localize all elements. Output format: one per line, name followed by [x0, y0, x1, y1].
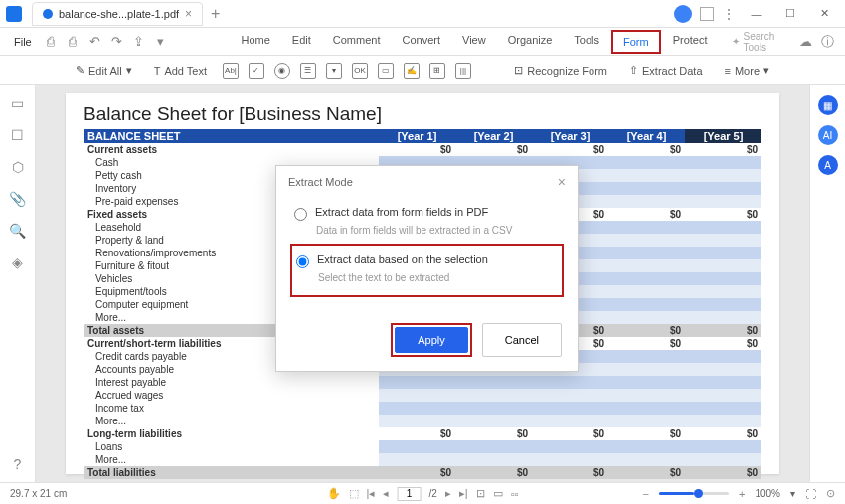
kebab-menu-icon[interactable]: ⋮ — [722, 6, 736, 22]
bookmark-icon[interactable]: ☐ — [10, 127, 26, 143]
prev-page-icon[interactable]: ◂ — [383, 487, 389, 500]
close-window-button[interactable]: ✕ — [811, 3, 837, 25]
add-tab-button[interactable]: + — [211, 5, 220, 23]
barcode-icon[interactable]: ||| — [455, 63, 471, 79]
option-form-fields-sub: Data in form fields will be extracted in… — [316, 225, 560, 236]
help-rail-icon[interactable]: ? — [10, 456, 26, 472]
thumbnails-icon[interactable]: ▭ — [10, 95, 26, 111]
next-page-icon[interactable]: ▸ — [445, 487, 451, 500]
print-icon[interactable]: ⎙ — [62, 31, 84, 53]
cloud-icon[interactable]: ☁ — [795, 31, 817, 53]
left-rail: ▭ ☐ ⬡ 📎 🔍 ◈ ? — [0, 85, 36, 482]
first-page-icon[interactable]: |◂ — [367, 487, 376, 500]
extract-data-button[interactable]: ⇧Extract Data — [623, 62, 709, 79]
option-selection-sub: Select the text to be extracted — [318, 272, 558, 283]
dropdown-icon[interactable]: ▾ — [326, 63, 342, 79]
shield-icon[interactable]: ⬡ — [10, 159, 26, 175]
last-page-icon[interactable]: ▸| — [459, 487, 468, 500]
more-icon: ≡ — [725, 65, 731, 77]
undo-icon[interactable]: ↶ — [84, 31, 105, 53]
app-logo[interactable] — [0, 0, 28, 28]
edit-all-button[interactable]: ✎Edit All▾ — [70, 62, 138, 79]
zoom-in-icon[interactable]: + — [739, 488, 745, 500]
window-mode-icon[interactable] — [700, 7, 714, 21]
attachment-icon[interactable]: 📎 — [10, 191, 26, 207]
list-icon[interactable]: ☰ — [300, 63, 316, 79]
fullscreen-icon[interactable]: ⛶ — [805, 488, 816, 500]
highlight-option-selection: Extract data based on the selection Sele… — [290, 244, 564, 297]
total-liab-row: Total liabilities$0$0$0$0$0 — [84, 466, 761, 479]
page-dimensions: 29.7 x 21 cm — [10, 488, 67, 499]
menu-tools[interactable]: Tools — [564, 30, 609, 54]
button-field-icon[interactable]: OK — [352, 63, 368, 79]
document-title: Balance Sheet for [Business Name] — [84, 103, 761, 125]
document-tab[interactable]: balance-she...plate-1.pdf × — [32, 2, 203, 26]
select-tool-icon[interactable]: ⬚ — [349, 487, 359, 500]
chevron-down-icon[interactable]: ▾ — [149, 31, 171, 53]
menu-convert[interactable]: Convert — [392, 30, 450, 54]
fit-page-icon[interactable]: ▭ — [493, 487, 503, 500]
menu-form[interactable]: Form — [611, 30, 661, 54]
search-tools[interactable]: ✦ Search Tools — [732, 31, 795, 53]
help-icon[interactable]: ⓘ — [817, 31, 839, 53]
search-icon[interactable]: 🔍 — [10, 223, 26, 239]
table-row: More... — [84, 453, 761, 466]
close-tab-icon[interactable]: × — [185, 7, 192, 21]
file-menu[interactable]: File — [6, 36, 40, 48]
ai-panel-icon[interactable]: AI — [818, 125, 838, 145]
option-selection[interactable]: Extract data based on the selection — [296, 250, 558, 272]
menu-home[interactable]: Home — [231, 30, 279, 54]
titlebar: balance-she...plate-1.pdf × + ⋮ — ☐ ✕ — [0, 0, 845, 28]
section-long-liab: Long-term liabilities$0$0$0$0$0 — [84, 427, 761, 440]
apply-button[interactable]: Apply — [395, 327, 468, 353]
maximize-button[interactable]: ☐ — [777, 3, 803, 25]
zoom-slider[interactable] — [659, 492, 729, 495]
close-dialog-icon[interactable]: × — [558, 174, 566, 190]
radio-selection[interactable] — [296, 255, 309, 268]
menu-comment[interactable]: Comment — [323, 30, 391, 54]
add-text-button[interactable]: TAdd Text — [148, 63, 213, 79]
menu-edit[interactable]: Edit — [282, 30, 321, 54]
read-mode-icon[interactable]: ⊙ — [826, 487, 835, 500]
form-icon: ⊡ — [514, 64, 523, 77]
layers-icon[interactable]: ◈ — [10, 254, 26, 270]
menu-view[interactable]: View — [452, 30, 496, 54]
minimize-button[interactable]: — — [744, 3, 769, 25]
hand-tool-icon[interactable]: ✋ — [327, 487, 341, 500]
option-form-fields[interactable]: Extract data from form fields in PDF — [294, 202, 560, 225]
text-icon: T — [154, 65, 161, 77]
sign-field-icon[interactable]: ✍ — [404, 63, 420, 79]
radio-form-fields[interactable] — [294, 208, 307, 221]
zoom-out-icon[interactable]: − — [643, 488, 649, 500]
checkbox-icon[interactable]: ✓ — [249, 63, 264, 79]
chevron-down-icon[interactable]: ▾ — [790, 488, 795, 499]
menu-protect[interactable]: Protect — [663, 30, 718, 54]
pencil-icon: ✎ — [76, 64, 84, 77]
page-input[interactable] — [397, 487, 421, 501]
view-mode-icon[interactable]: ▫▫ — [511, 488, 519, 500]
radio-icon[interactable]: ◉ — [274, 63, 290, 79]
redo-icon[interactable]: ↷ — [105, 31, 127, 53]
tools-panel-icon[interactable]: A — [818, 155, 838, 175]
table-row: Accrued wages — [84, 389, 761, 402]
save-icon[interactable]: ⎙ — [40, 31, 62, 53]
account-icon[interactable] — [674, 5, 692, 23]
recognize-form-button[interactable]: ⊡Recognize Form — [508, 62, 613, 79]
image-field-icon[interactable]: ▭ — [378, 63, 394, 79]
fit-width-icon[interactable]: ⊡ — [476, 487, 485, 500]
share-icon[interactable]: ⇪ — [127, 31, 149, 53]
more-button[interactable]: ≡More▾ — [719, 62, 775, 79]
table-row: Interest payable — [84, 376, 761, 389]
table-row: More... — [84, 415, 761, 427]
form-toolbar: ✎Edit All▾ TAdd Text Ab| ✓ ◉ ☰ ▾ OK ▭ ✍ … — [0, 56, 845, 85]
menu-organize[interactable]: Organize — [498, 30, 563, 54]
section-current-assets: Current assets$0$0$0$0$0 — [84, 143, 761, 156]
form-panel-icon[interactable]: ▦ — [818, 95, 838, 115]
zoom-value: 100% — [755, 488, 780, 499]
text-field-icon[interactable]: Ab| — [223, 63, 239, 79]
date-field-icon[interactable]: ⊞ — [429, 63, 445, 79]
menubar: File ⎙ ⎙ ↶ ↷ ⇪ ▾ Home Edit Comment Conve… — [0, 28, 845, 56]
pdf-icon — [43, 9, 53, 19]
cancel-button[interactable]: Cancel — [482, 323, 562, 357]
chevron-down-icon: ▾ — [763, 64, 769, 77]
